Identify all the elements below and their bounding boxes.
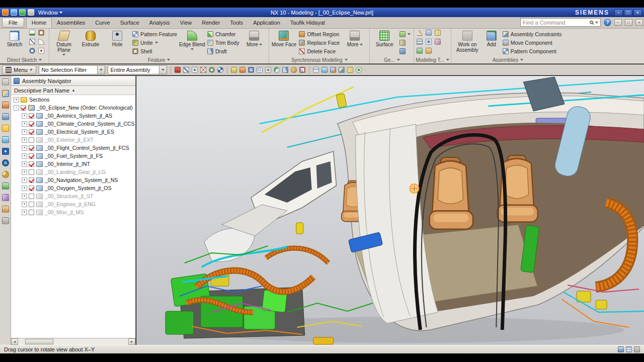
pan-icon[interactable] [265, 67, 271, 73]
midpoint-snap-icon[interactable] [192, 67, 198, 73]
tree-expander[interactable]: + [22, 202, 27, 207]
zoom-icon[interactable] [257, 67, 263, 73]
hole-button[interactable]: Hole [104, 29, 130, 56]
graphics-window[interactable] [136, 76, 644, 345]
tab-file[interactable]: File [2, 18, 24, 28]
system-scenes-icon[interactable] [2, 217, 9, 224]
section-clip-icon[interactable] [299, 67, 305, 73]
tree-row[interactable]: + _00_Misc_jt_MS [11, 208, 135, 216]
surface-button[interactable]: Surface [371, 29, 397, 56]
doc-minimize-button[interactable]: − [614, 19, 622, 26]
help-icon[interactable]: ? [604, 19, 611, 26]
manufacturing-wizard-icon[interactable] [2, 194, 9, 201]
group-label-synchronous[interactable]: Synchronous Modeling [271, 56, 368, 63]
part-navigator-icon[interactable] [2, 113, 9, 120]
swept-button[interactable] [398, 47, 412, 55]
tree-row[interactable]: + _00_Exterior_jt_EXT [11, 136, 135, 144]
view-manager-icon[interactable] [2, 136, 9, 143]
resource-toggle-icon[interactable] [2, 78, 9, 85]
scroll-left-icon[interactable]: ◄ [11, 338, 18, 345]
tree-checkbox[interactable] [29, 202, 34, 207]
arc-icon[interactable] [38, 39, 44, 45]
display-icon[interactable] [426, 39, 432, 45]
shell-button[interactable]: Shell [131, 47, 179, 55]
constraint-navigator-icon[interactable] [2, 102, 9, 109]
ribbon-tab[interactable]: Surface [115, 18, 144, 28]
pattern-feature-button[interactable]: Pattern Feature [131, 30, 179, 38]
group-label-assemblies[interactable]: Assemblies [453, 56, 564, 63]
scrollbar-thumb[interactable] [25, 339, 53, 344]
sync-more-button[interactable]: More [342, 29, 368, 56]
ribbon-tab[interactable]: Taufik Hidayat [285, 18, 330, 28]
navigator-column-header[interactable]: Descriptive Part Name ▲ [11, 86, 135, 95]
tree-checkbox[interactable] [29, 113, 34, 119]
assembly-navigator-tab-icon[interactable] [2, 90, 9, 97]
tree-checkbox[interactable] [29, 210, 34, 215]
part-module-icon[interactable] [426, 48, 432, 54]
history-icon[interactable] [2, 171, 9, 178]
tree-row[interactable]: - _00_Eclipse_New (Order: Chronological) [11, 104, 135, 112]
navigator-horizontal-scrollbar[interactable]: ◄ ► [11, 338, 135, 345]
tree-row[interactable]: + _00_Oxygen_System_jt_OS [11, 184, 135, 192]
tree-checkbox[interactable] [29, 121, 34, 127]
tree-checkbox[interactable] [29, 169, 34, 175]
tree-row[interactable]: + _00_Electrical_System_jt_ES [11, 128, 135, 136]
touch-mode-icon[interactable] [321, 67, 328, 73]
endpoint-snap-icon[interactable] [183, 67, 189, 73]
replace-face-button[interactable]: Replace Face [297, 39, 341, 47]
grid-toggle-icon[interactable] [626, 346, 632, 352]
scroll-right-icon[interactable]: ► [128, 338, 135, 345]
measure-icon[interactable] [435, 30, 441, 36]
ribbon-tab[interactable]: Application [248, 18, 285, 28]
tree-row[interactable]: + _00_Fuel_System_jt_FS [11, 152, 135, 160]
process-studio-icon[interactable] [2, 183, 9, 190]
show-hide-icon[interactable] [231, 67, 237, 73]
ribbon-tab[interactable]: Tools [225, 18, 248, 28]
add-component-button[interactable]: Add [482, 29, 501, 56]
trim-body-button[interactable]: Trim Body [206, 39, 240, 47]
intersection-snap-icon[interactable] [200, 67, 206, 73]
tree-row[interactable]: + _00_Climate_Control_System_jt_CCS [11, 120, 135, 128]
selection-filter-arrow[interactable] [97, 66, 105, 74]
collaboration-icon[interactable] [356, 67, 362, 73]
tree-checkbox[interactable] [29, 153, 34, 159]
immediate-hide-icon[interactable] [239, 67, 246, 73]
arc-center-snap-icon[interactable] [209, 67, 215, 73]
tree-row[interactable]: + _00_Engines_jt_ENG [11, 200, 135, 208]
selection-scope-dropdown[interactable]: Entire Assembly [108, 65, 167, 74]
web-browser-icon[interactable] [2, 159, 9, 166]
datum-plane-button[interactable]: Datum Plane [51, 29, 77, 56]
pattern-component-button[interactable]: Pattern Component [501, 47, 564, 55]
tree-expander[interactable]: + [22, 145, 27, 151]
tree-row[interactable]: + _00_Avionics_System_jt_AS [11, 112, 135, 120]
work-on-assembly-button[interactable]: Work on Assembly [453, 29, 482, 56]
chamfer-button[interactable]: Chamfer [206, 30, 240, 38]
through-curves-button[interactable] [398, 39, 412, 47]
group-label-surface[interactable]: Ge... [371, 56, 412, 63]
edge-blend-button[interactable]: Edge Blend [179, 29, 205, 56]
tree-checkbox[interactable] [29, 145, 34, 151]
tree-expander[interactable]: + [22, 137, 27, 143]
selection-scope-arrow[interactable] [159, 66, 167, 74]
roles-icon[interactable] [2, 206, 9, 213]
tree-row[interactable]: + _00_Structure_jt_ST [11, 192, 135, 200]
render-style-icon[interactable] [291, 67, 297, 73]
tree-expander[interactable]: + [22, 177, 27, 183]
curve-tools-icon[interactable] [435, 39, 441, 45]
tree-checkbox[interactable] [29, 177, 34, 183]
fit-view-icon[interactable] [248, 67, 254, 73]
ribbon-tab[interactable]: View [175, 18, 197, 28]
ribbon-tab[interactable]: Home [26, 17, 52, 28]
scrollbar-track[interactable] [18, 338, 128, 345]
tree-expander[interactable]: + [22, 129, 27, 135]
rotate-view-icon[interactable] [274, 67, 280, 73]
tree-expander[interactable]: + [22, 194, 27, 199]
menu-button[interactable]: Menu [2, 65, 36, 74]
reset-layout-icon[interactable] [28, 9, 34, 16]
ribbon-tab[interactable]: Curve [90, 18, 115, 28]
tree-expander[interactable]: - [14, 105, 19, 111]
performance-icon[interactable] [634, 346, 640, 352]
expressions-icon[interactable] [426, 30, 432, 36]
tree-expander[interactable]: + [14, 97, 19, 103]
draft-button[interactable]: Draft [206, 47, 240, 55]
